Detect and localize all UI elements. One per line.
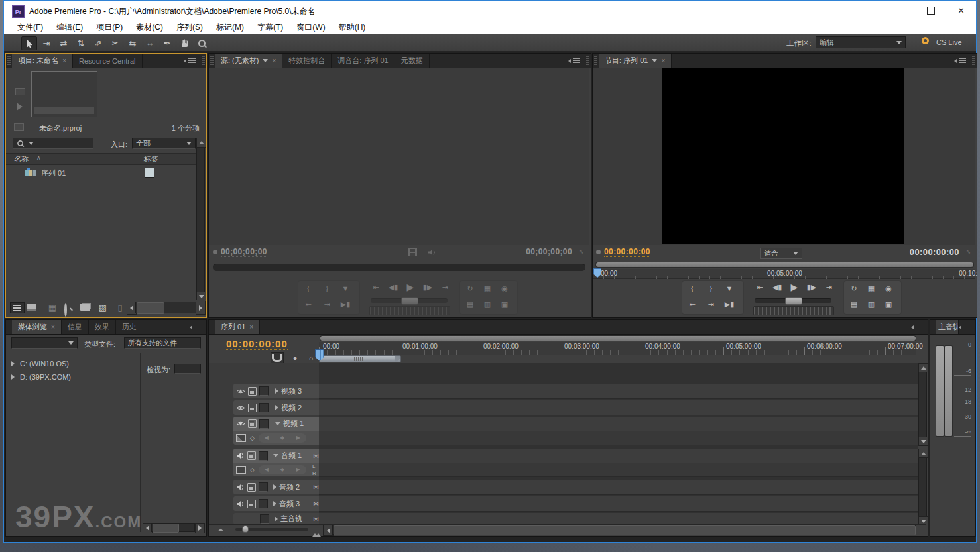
output-button[interactable]: ◉ [881, 283, 896, 294]
fit-resize-icon[interactable]: ⇔ [576, 246, 587, 256]
sync-lock-icon[interactable] [248, 419, 257, 428]
insert-button[interactable]: ▤ [462, 299, 478, 309]
file-type-dropdown[interactable]: 所有支持的文件 [124, 337, 201, 349]
track-header-video3[interactable]: 视频 3 [233, 384, 322, 398]
step-back-button[interactable]: ◀▮ [769, 282, 785, 292]
menu-item-file[interactable]: 文件(F) [11, 22, 50, 33]
close-tab-icon[interactable]: × [51, 323, 55, 331]
track-lock-toggle[interactable] [259, 499, 268, 508]
panel-menu-button[interactable] [568, 54, 585, 68]
tab-project[interactable]: 项目: 未命名 × [12, 54, 73, 68]
column-name-header[interactable]: 名称 [14, 154, 29, 164]
set-out-button[interactable]: } [703, 283, 719, 294]
set-marker-button[interactable]: ▼ [337, 283, 353, 294]
tab-resource-central[interactable]: Resource Central [73, 54, 143, 68]
zoom-scroll-pill[interactable] [596, 262, 973, 267]
expand-track-icon[interactable] [275, 388, 278, 394]
goto-previous-edit-button[interactable]: ⇤ [752, 282, 768, 292]
scroll-down-button[interactable] [918, 437, 928, 446]
track-lock-toggle[interactable] [259, 403, 269, 412]
rate-stretch-tool-icon[interactable]: ⇗ [90, 36, 106, 50]
source-timecode-current[interactable]: 00;00;00;00 [221, 247, 267, 257]
project-row-sequence[interactable]: 序列 01 [6, 166, 196, 180]
previous-keyframe-icon[interactable]: ◀ [265, 435, 269, 441]
shuttle-handle[interactable] [785, 297, 802, 305]
panel-grip[interactable] [594, 56, 597, 65]
track-header-master[interactable]: 主音轨 ⋈ [233, 513, 322, 524]
expand-icon[interactable] [11, 374, 15, 380]
goto-next-edit-button[interactable]: ⇥ [437, 282, 453, 292]
play-preview-icon[interactable] [17, 103, 23, 111]
track-lock-toggle[interactable] [260, 514, 269, 524]
zoom-slider-handle[interactable] [242, 525, 249, 533]
goto-out-button[interactable]: ⇥ [319, 299, 335, 309]
set-in-button[interactable]: { [684, 283, 700, 294]
rolling-edit-tool-icon[interactable]: ⇅ [73, 36, 89, 50]
safe-margins-button[interactable]: ▦ [863, 283, 879, 294]
timeline-timecode[interactable]: 00:00:00:00 [226, 338, 288, 350]
toggle-track-output-icon[interactable] [236, 500, 245, 508]
source-zoom-scrollbar[interactable] [213, 264, 585, 271]
panel-grip[interactable] [7, 56, 11, 65]
tab-sequence-01[interactable]: 序列 01 × [215, 320, 260, 334]
hscroll-thumb[interactable] [153, 524, 179, 533]
drive-item-c[interactable]: C: (WIN10 OS) [11, 360, 69, 368]
close-button[interactable]: ✕ [946, 1, 976, 20]
step-forward-button[interactable]: ▮▶ [420, 282, 436, 292]
close-tab-icon[interactable]: × [249, 323, 253, 331]
loop-button[interactable]: ↻ [462, 283, 478, 294]
jog-wheel[interactable] [369, 306, 450, 315]
close-tab-icon[interactable]: × [272, 57, 276, 64]
shuttle-handle[interactable] [401, 297, 418, 305]
tab-media-browser[interactable]: 媒体浏览 × [12, 320, 62, 334]
tab-history[interactable]: 历史 [116, 320, 143, 334]
workspace-dropdown[interactable]: 编辑 [816, 36, 906, 48]
overlay-button[interactable]: ▥ [479, 299, 495, 309]
set-out-button[interactable]: } [319, 283, 335, 294]
play-button[interactable]: ▶ [402, 282, 418, 292]
track-select-tool-icon[interactable]: ⇥ [38, 36, 54, 50]
zoom-level-dropdown[interactable]: 适合 [760, 248, 802, 259]
hscroll-right-button[interactable] [196, 302, 206, 315]
tab-effect-controls[interactable]: 特效控制台 [282, 54, 332, 68]
track-header-audio2[interactable]: 音频 2 ⋈ [233, 480, 322, 494]
step-back-button[interactable]: ◀▮ [385, 282, 401, 292]
track-lock-toggle[interactable] [259, 482, 268, 492]
zoom-tool-icon[interactable] [194, 36, 210, 50]
panel-grip[interactable] [932, 323, 934, 331]
show-keyframes-icon[interactable]: ◇ [250, 467, 255, 473]
program-timecode-current[interactable]: 00:00:00:00 [604, 247, 650, 257]
sync-lock-icon[interactable] [247, 451, 256, 460]
menu-item-sequence[interactable]: 序列(S) [170, 22, 210, 33]
pen-tool-icon[interactable]: ✒ [159, 36, 175, 50]
selection-tool-icon[interactable] [21, 36, 37, 50]
goto-next-edit-button[interactable]: ⇥ [821, 282, 837, 292]
work-area-end-handle[interactable] [395, 356, 400, 362]
menu-item-edit[interactable]: 编辑(E) [50, 22, 90, 33]
column-divider[interactable] [139, 153, 139, 165]
scroll-up-button[interactable] [918, 449, 928, 458]
find-icon[interactable] [64, 304, 67, 316]
step-forward-button[interactable]: ▮▶ [804, 282, 820, 292]
menu-item-clip[interactable]: 素材(C) [129, 22, 170, 33]
track-lock-toggle[interactable] [259, 386, 269, 396]
panel-grip[interactable] [972, 56, 975, 65]
tab-metadata[interactable]: 元数据 [395, 54, 430, 68]
source-list-caret-icon[interactable] [263, 59, 268, 62]
panel-menu-button[interactable] [190, 320, 206, 334]
hscroll-thumb[interactable] [334, 525, 916, 535]
tab-info[interactable]: 信息 [62, 320, 89, 334]
previous-keyframe-icon[interactable]: ◀ [265, 467, 269, 472]
list-view-button[interactable] [10, 302, 25, 313]
next-keyframe-icon[interactable]: ▶ [296, 435, 300, 441]
collapse-track-icon[interactable] [273, 454, 278, 457]
fit-resize-icon[interactable]: ⇔ [963, 246, 974, 256]
set-display-style-icon[interactable] [236, 434, 246, 442]
track-header-audio1[interactable]: 音频 1 ⋈ [233, 449, 322, 463]
sync-lock-icon[interactable] [248, 387, 257, 396]
add-keyframe-icon[interactable]: ◆ [280, 467, 284, 472]
entry-filter-dropdown[interactable]: 全部 [132, 138, 196, 149]
program-list-caret-icon[interactable] [652, 59, 657, 62]
sync-lock-icon[interactable] [247, 500, 256, 508]
set-encore-chapter-marker-button[interactable]: ● [287, 353, 303, 363]
